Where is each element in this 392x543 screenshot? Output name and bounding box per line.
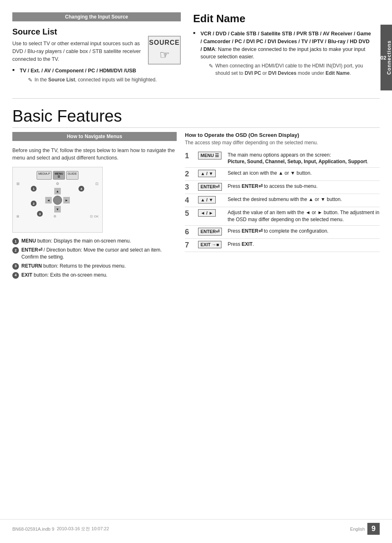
- nl-num-3: 3: [12, 263, 19, 270]
- remote-bottom-right: ⊡ OK: [90, 215, 99, 218]
- footer-language: English: [350, 527, 365, 531]
- remote-dpad: ▲ ▼ ◄ ►: [45, 188, 70, 213]
- basic-features-title: Basic Features: [12, 107, 380, 128]
- source-list-body-wrap: SOURCE ☞ Use to select TV or other exter…: [12, 40, 181, 67]
- remote-icon-left: ⊞: [16, 182, 20, 186]
- remote-bottom-row: ⊞ ⚙ ⊡ OK: [16, 215, 99, 218]
- remote-guide-btn: GUIDE: [66, 171, 78, 180]
- osd-row-5-btn-label: ◄ / ►: [198, 209, 216, 217]
- osd-row-6-desc: Press ENTER⏎ to complete the configurati…: [228, 225, 380, 238]
- osd-title: How to Operate the OSD (On Screen Displa…: [185, 132, 380, 138]
- edit-name-bullets: VCR / DVD / Cable STB / Satellite STB / …: [193, 30, 371, 77]
- osd-row-3: 3 ENTER⏎ Press ENTER⏎ to access the sub-…: [185, 181, 380, 194]
- osd-row-7-num: 7: [185, 238, 195, 252]
- source-list-title: Source List: [12, 27, 181, 37]
- osd-row-5-num: 5: [185, 207, 195, 226]
- osd-row-7-desc: Press EXIT.: [228, 238, 380, 252]
- remote-left: ◄: [45, 197, 52, 203]
- nl-num-2: 2: [12, 247, 19, 254]
- how-to-item-2: 2 ENTER⏎ / Direction button: Move the cu…: [12, 247, 177, 261]
- source-list-bullet1-text: TV / Ext. / AV / Component / PC / HDMI/D…: [20, 68, 136, 74]
- osd-row-1-desc: The main menu options appears on the scr…: [228, 150, 380, 168]
- bf-columns: How to Navigate Menus Before using the T…: [12, 132, 380, 281]
- edit-name-title: Edit Name: [193, 12, 371, 25]
- remote-center: [53, 196, 62, 205]
- remote-bottom-left: ⊞: [16, 215, 19, 218]
- source-list-bullet1: TV / Ext. / AV / Component / PC / HDMI/D…: [12, 67, 181, 84]
- remote-up: ▲: [54, 188, 61, 194]
- source-box-label: SOURCE: [149, 39, 180, 46]
- osd-subtitle: The access step may differ depending on …: [185, 140, 380, 146]
- how-to-navigate-header: How to Navigate Menus: [12, 132, 177, 141]
- osd-row-3-btn-label: ENTER⏎: [198, 183, 222, 191]
- osd-row-6-num: 6: [185, 225, 195, 238]
- osd-table: 1 MENU ☰ The main menu options appears o…: [185, 150, 380, 252]
- how-to-item-4-text: EXIT button: Exits the on-screen menu.: [21, 272, 107, 279]
- chapter-label: Connections: [386, 40, 392, 75]
- remote-top-buttons: MEDIA.P MENU☰ GUIDE: [16, 171, 99, 180]
- remote-icon-right: ⊡: [95, 182, 99, 186]
- remote-inner: MEDIA.P MENU☰ GUIDE ⊞ ⚙ ⊡: [16, 171, 99, 229]
- source-list-note1: ✎ In the Source List, connected inputs w…: [20, 76, 181, 84]
- basic-features-section: Basic Features How to Navigate Menus Bef…: [0, 107, 392, 289]
- osd-row-6-btn: ENTER⏎: [195, 225, 228, 238]
- osd-row-3-btn: ENTER⏎: [195, 181, 228, 194]
- osd-row-1: 1 MENU ☰ The main menu options appears o…: [185, 150, 380, 168]
- remote-icon-mid: ⚙: [56, 182, 59, 186]
- remote-num-2: 2: [31, 201, 37, 206]
- how-to-navigate-body: Before using the TV, follow the steps be…: [12, 147, 177, 162]
- remote-second-row: ⊞ ⚙ ⊡: [16, 182, 99, 186]
- nl-num-1: 1: [12, 238, 19, 245]
- edit-name-note-icon: ✎: [209, 62, 213, 70]
- remote-mediap-btn: MEDIA.P: [37, 171, 52, 180]
- page-number: 9: [367, 523, 380, 535]
- osd-row-6: 6 ENTER⏎ Press ENTER⏎ to complete the co…: [185, 225, 380, 238]
- footer: BN68-02591A.indb 9 2010-03-16 오전 10:07:2…: [0, 519, 392, 535]
- how-to-item-3: 3 RETURN button: Returns to the previous…: [12, 263, 177, 270]
- edit-name-section: Edit Name VCR / DVD / Cable STB / Satell…: [189, 12, 371, 86]
- osd-row-1-btn: MENU ☰: [195, 150, 228, 168]
- source-list-section: Changing the Input Source Source List SO…: [12, 12, 189, 86]
- how-to-item-4: 4 EXIT button: Exits the on-screen menu.: [12, 272, 177, 279]
- osd-row-4-desc: Select the desired submenu with the ▲ or…: [228, 194, 380, 207]
- footer-page-num-wrap: English 9: [350, 523, 380, 535]
- how-to-item-1: 1 MENU button: Displays the main on-scre…: [12, 238, 177, 245]
- osd-row-5-desc: Adjust the value of an item with the ◄ o…: [228, 207, 380, 226]
- osd-row-6-btn-label: ENTER⏎: [198, 228, 222, 236]
- osd-row-4-btn: ▲ / ▼: [195, 194, 228, 207]
- edit-name-note1-text: When connecting an HDMI/DVI cable to the…: [215, 62, 371, 77]
- osd-row-3-desc: Press ENTER⏎ to access the sub-menu.: [228, 181, 380, 194]
- source-list-note1-text: In the Source List, connected inputs wil…: [35, 76, 157, 83]
- source-list-bullets: TV / Ext. / AV / Component / PC / HDMI/D…: [12, 67, 181, 84]
- edit-name-note1: ✎ When connecting an HDMI/DVI cable to t…: [201, 62, 371, 77]
- osd-row-2-desc: Select an icon with the ▲ or ▼ button.: [228, 168, 380, 181]
- edit-name-bullet1-rest: : Name the device connected to the input…: [201, 46, 365, 60]
- how-to-numbered-list: 1 MENU button: Displays the main on-scre…: [12, 238, 177, 279]
- remote-menu-btn: MENU☰: [53, 171, 65, 180]
- osd-row-7-btn: EXIT →■: [195, 238, 228, 252]
- osd-row-2-btn-label: ▲ / ▼: [198, 170, 216, 177]
- edit-name-bullet1: VCR / DVD / Cable STB / Satellite STB / …: [193, 30, 371, 77]
- how-to-item-1-text: MENU button: Displays the main on-screen…: [21, 238, 131, 245]
- osd-row-2-num: 2: [185, 168, 195, 181]
- osd-row-4-num: 4: [185, 194, 195, 207]
- source-box-icon: ☞: [159, 48, 170, 62]
- osd-row-4-btn-label: ▲ / ▼: [198, 196, 216, 203]
- remote-right: ►: [63, 197, 70, 203]
- top-section: Changing the Input Source Source List SO…: [0, 0, 392, 86]
- remote-dpad-area: 1 4 ▲ ▼ ◄ ► 2: [29, 188, 86, 213]
- how-to-item-2-text: ENTER⏎ / Direction button: Move the curs…: [21, 247, 177, 261]
- remote-diagram: MEDIA.P MENU☰ GUIDE ⊞ ⚙ ⊡: [12, 167, 103, 233]
- section-divider: [12, 98, 380, 99]
- osd-row-3-num: 3: [185, 181, 195, 194]
- how-to-navigate-section: How to Navigate Menus Before using the T…: [12, 132, 177, 281]
- remote-down: ▼: [54, 206, 61, 213]
- osd-row-5-btn: ◄ / ►: [195, 207, 228, 226]
- nl-num-4: 4: [12, 272, 19, 279]
- side-tab: 02 Connections: [380, 25, 392, 90]
- osd-row-7: 7 EXIT →■ Press EXIT.: [185, 238, 380, 252]
- page-wrapper: 02 Connections Changing the Input Source…: [0, 0, 392, 543]
- source-image: SOURCE ☞: [148, 36, 181, 65]
- remote-num-1: 1: [31, 186, 37, 192]
- note-icon: ✎: [28, 76, 32, 84]
